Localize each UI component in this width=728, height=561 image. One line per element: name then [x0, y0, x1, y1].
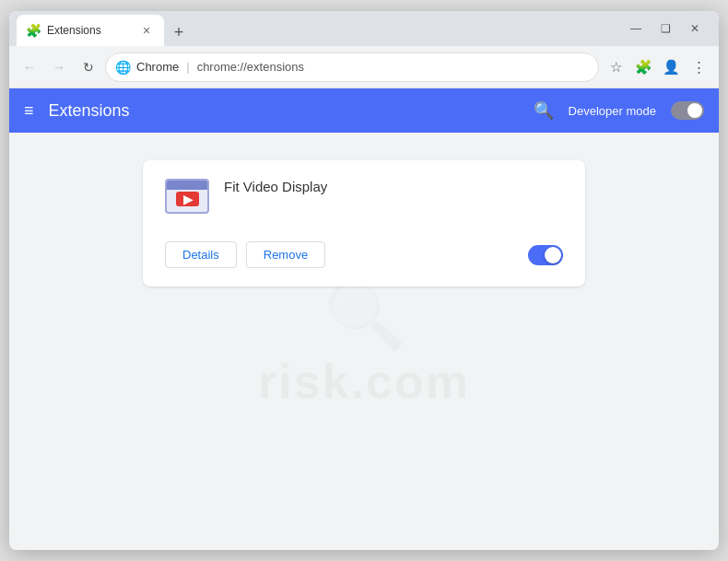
more-options-icon[interactable]: ⋮	[686, 54, 711, 80]
watermark-text: risk.com	[258, 353, 470, 408]
extension-name: Fit Video Display	[224, 179, 563, 194]
url-separator: |	[186, 60, 189, 74]
remove-button[interactable]: Remove	[246, 241, 325, 268]
browser-name: Chrome	[136, 60, 179, 74]
url-text: chrome://extensions	[197, 60, 304, 74]
watermark: 🔍 risk.com	[258, 275, 470, 408]
new-tab-button[interactable]: +	[164, 23, 194, 42]
bookmark-icon[interactable]: ☆	[603, 54, 628, 80]
url-bar[interactable]: 🌐 Chrome | chrome://extensions	[105, 53, 599, 82]
toolbar-icons: ☆ 🧩 👤 ⋮	[603, 54, 711, 80]
active-tab[interactable]: 🧩 Extensions ×	[17, 15, 164, 46]
details-button[interactable]: Details	[165, 241, 237, 268]
address-bar: ← → ↻ 🌐 Chrome | chrome://extensions ☆ 🧩…	[9, 46, 719, 88]
tab-extension-icon: 🧩	[26, 23, 41, 38]
developer-mode-label: Developer mode	[569, 104, 656, 118]
reload-button[interactable]: ↻	[76, 54, 101, 80]
minimize-button[interactable]: —	[623, 16, 649, 41]
extension-card: Fit Video Display Details Remove	[143, 160, 585, 286]
extension-card-header: Fit Video Display	[165, 179, 563, 214]
tab-title: Extensions	[47, 24, 133, 37]
extensions-content: 🔍 risk.com Fit Video Display Details Rem…	[9, 133, 719, 550]
maximize-button[interactable]: ❑	[652, 16, 678, 41]
extension-icon	[165, 179, 209, 214]
close-button[interactable]: ✕	[682, 16, 708, 41]
extensions-page-title: Extensions	[49, 101, 519, 121]
extension-enable-toggle[interactable]	[528, 245, 563, 265]
chrome-logo-icon: 🌐	[115, 60, 131, 75]
extensions-header: ≡ Extensions 🔍 Developer mode	[9, 88, 719, 133]
extension-info: Fit Video Display	[224, 179, 563, 194]
back-button[interactable]: ←	[17, 54, 42, 80]
extension-card-footer: Details Remove	[165, 241, 563, 268]
browser-window: 🧩 Extensions × + — ❑ ✕ ← → ↻ 🌐 Chrome | …	[9, 11, 719, 550]
forward-button[interactable]: →	[46, 54, 72, 80]
extensions-toolbar-icon[interactable]: 🧩	[630, 54, 656, 80]
developer-mode-toggle[interactable]	[671, 101, 704, 120]
hamburger-menu-icon[interactable]: ≡	[24, 101, 34, 121]
profile-icon[interactable]: 👤	[658, 54, 684, 80]
title-bar: 🧩 Extensions × + — ❑ ✕	[9, 11, 719, 46]
tab-close-button[interactable]: ×	[138, 22, 155, 39]
tab-area: 🧩 Extensions × +	[9, 11, 623, 46]
window-controls: — ❑ ✕	[623, 11, 719, 46]
search-icon[interactable]: 🔍	[534, 100, 554, 121]
